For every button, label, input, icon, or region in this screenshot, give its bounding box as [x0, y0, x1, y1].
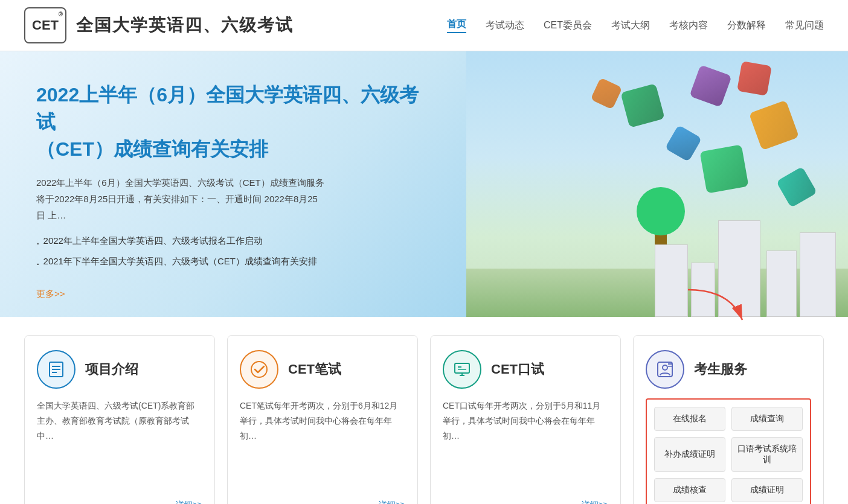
card-oral-body: CET口试每年开考两次，分别于5月和11月举行，具体考试时间我中心将会在每年年初… — [443, 398, 608, 490]
card-written-header: CET笔试 — [240, 350, 405, 389]
float-box-3 — [737, 61, 772, 96]
building-2 — [766, 250, 797, 317]
card-service-title: 考生服务 — [694, 360, 747, 378]
service-buttons-grid: 在线报名 成绩查询 补办成绩证明 口语考试系统培训 成绩核查 成绩证明 — [646, 398, 811, 504]
card-written-link[interactable]: 详细>> — [240, 500, 405, 504]
news-item-1[interactable]: 2022年上半年全国大学英语四、六级考试报名工作启动 — [36, 235, 430, 250]
banner-section: 2022上半年（6月）全国大学英语四、六级考试（CET）成绩查询有关安排 202… — [0, 51, 848, 317]
building-4 — [691, 263, 715, 317]
service-btn-score-check[interactable]: 成绩核查 — [654, 478, 725, 502]
banner-news-list: 2022年上半年全国大学英语四、六级考试报名工作启动 2021年下半年全国大学英… — [36, 235, 430, 276]
card-project: 项目介绍 全国大学英语四、六级考试(CET)系教育部主办、教育部教育考试院（原教… — [24, 335, 215, 504]
card-oral: CET口试 CET口试每年开考两次，分别于5月和11月举行，具体考试时间我中心将… — [430, 335, 621, 504]
header: CET 全国大学英语四、六级考试 首页 考试动态 CET委员会 考试大纲 考核内… — [0, 0, 848, 51]
site-title: 全国大学英语四、六级考试 — [76, 14, 294, 37]
card-project-link[interactable]: 详细>> — [37, 500, 202, 504]
tree-top — [637, 187, 685, 235]
banner-image — [466, 51, 848, 317]
service-btn-score-cert[interactable]: 成绩证明 — [731, 478, 803, 502]
written-icon — [240, 350, 278, 389]
more-link[interactable]: 更多>> — [36, 289, 430, 300]
cet-logo: CET — [24, 7, 66, 43]
nav-item-home[interactable]: 首页 — [447, 18, 466, 33]
svg-point-12 — [663, 365, 667, 370]
building-3 — [718, 220, 760, 317]
banner-description: 2022年上半年（6月）全国大学英语四、六级考试（CET）成绩查询服务将于202… — [36, 174, 326, 223]
service-btn-oral-training[interactable]: 口语考试系统培训 — [731, 437, 803, 472]
banner-title: 2022上半年（6月）全国大学英语四、六级考试（CET）成绩查询有关安排 — [36, 81, 430, 162]
nav-item-committee[interactable]: CET委员会 — [544, 19, 592, 32]
logo-text: CET — [32, 18, 59, 33]
card-oral-header: CET口试 — [443, 350, 608, 389]
service-btn-score-query[interactable]: 成绩查询 — [731, 407, 803, 431]
nav-item-syllabus[interactable]: 考试大纲 — [611, 19, 650, 32]
project-icon — [37, 350, 75, 389]
card-written-body: CET笔试每年开考两次，分别于6月和12月举行，具体考试时间我中心将会在每年年初… — [240, 398, 405, 490]
card-written: CET笔试 CET笔试每年开考两次，分别于6月和12月举行，具体考试时间我中心将… — [227, 335, 418, 504]
card-project-body: 全国大学英语四、六级考试(CET)系教育部主办、教育部教育考试院（原教育部考试中… — [37, 398, 202, 490]
nav-item-faq[interactable]: 常见问题 — [785, 19, 824, 32]
service-btn-supplement-cert[interactable]: 补办成绩证明 — [654, 437, 725, 472]
building-5 — [655, 244, 688, 317]
card-service-header: 考生服务 — [646, 350, 811, 389]
cards-section: 项目介绍 全国大学英语四、六级考试(CET)系教育部主办、教育部教育考试院（原教… — [0, 317, 848, 504]
nav-item-content[interactable]: 考核内容 — [669, 19, 708, 32]
header-left: CET 全国大学英语四、六级考试 — [24, 7, 294, 43]
oral-icon — [443, 350, 481, 389]
nav-item-news[interactable]: 考试动态 — [486, 19, 524, 32]
svg-rect-6 — [455, 363, 469, 373]
card-service: 考生服务 在线报名 成绩查询 补办成绩证明 口语考试系统培训 成绩核查 成绩证明 — [633, 335, 824, 504]
building-1 — [800, 232, 836, 317]
card-project-header: 项目介绍 — [37, 350, 202, 389]
card-written-title: CET笔试 — [288, 360, 341, 378]
float-box-6 — [699, 144, 748, 193]
card-project-title: 项目介绍 — [85, 360, 138, 378]
service-btn-online-register[interactable]: 在线报名 — [654, 407, 725, 431]
card-oral-title: CET口试 — [491, 360, 544, 378]
nav-item-scores[interactable]: 分数解释 — [727, 19, 766, 32]
banner-content: 2022上半年（6月）全国大学英语四、六级考试（CET）成绩查询有关安排 202… — [0, 51, 466, 317]
service-icon — [646, 350, 684, 389]
svg-point-5 — [251, 362, 267, 377]
main-nav: 首页 考试动态 CET委员会 考试大纲 考核内容 分数解释 常见问题 — [447, 18, 824, 33]
news-item-2[interactable]: 2021年下半年全国大学英语四、六级考试（CET）成绩查询有关安排 — [36, 256, 430, 270]
card-oral-link[interactable]: 详细>> — [443, 500, 608, 504]
